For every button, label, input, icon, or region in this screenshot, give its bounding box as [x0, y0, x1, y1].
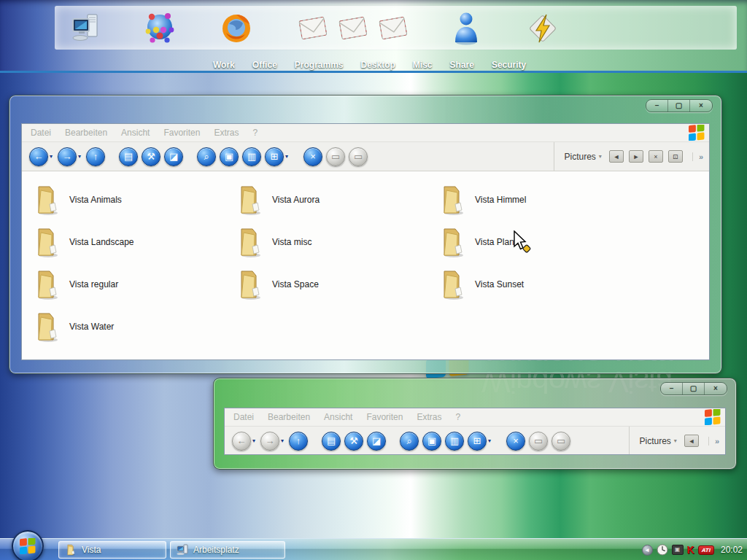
mail-icon[interactable]: [295, 11, 330, 46]
folder-vista-water[interactable]: Vista Water: [34, 311, 236, 342]
screen-2-button[interactable]: ▭: [551, 432, 570, 451]
views-button[interactable]: ⊞: [265, 147, 284, 166]
minimize-button[interactable]: –: [661, 383, 683, 394]
back-dropdown-caret[interactable]: ▾: [252, 438, 255, 444]
winamp-icon[interactable]: [525, 11, 560, 46]
toolbar-overflow-chevron[interactable]: »: [708, 437, 719, 446]
paste-button[interactable]: ▥: [445, 432, 464, 451]
kaspersky-icon[interactable]: K: [687, 544, 694, 556]
image-delete-button[interactable]: ×: [649, 150, 663, 163]
minimize-button[interactable]: –: [646, 100, 668, 112]
screen-1-group: ▭: [326, 147, 345, 166]
views-button[interactable]: ⊞: [468, 432, 487, 451]
pictures-caret-icon[interactable]: ▾: [674, 438, 677, 444]
forward-button[interactable]: →: [260, 432, 279, 451]
back-button[interactable]: ←: [29, 147, 48, 166]
dock-label-programms[interactable]: Programms: [295, 60, 344, 70]
menu-help[interactable]: ?: [252, 128, 258, 138]
menu-favoriten[interactable]: Favoriten: [163, 128, 200, 138]
tools-button[interactable]: ⚒: [142, 147, 160, 166]
folder-vista-space[interactable]: Vista Space: [236, 269, 439, 300]
tools-button[interactable]: ⚒: [344, 432, 363, 451]
close-button[interactable]: ×: [705, 383, 727, 394]
folder-vista-sunset[interactable]: Vista Sunset: [439, 269, 642, 300]
screen-2-button[interactable]: ▭: [349, 147, 368, 166]
workstation-icon[interactable]: [69, 11, 104, 46]
copy-button[interactable]: ▣: [220, 147, 239, 166]
screen-1-button[interactable]: ▭: [529, 432, 548, 451]
search-button[interactable]: ⌕: [400, 432, 419, 451]
display-icon[interactable]: ▣: [672, 545, 684, 555]
dock-label-office[interactable]: Office: [252, 60, 277, 70]
folder-label: Vista Animals: [69, 195, 122, 205]
taskbar-item-arbeitsplatz[interactable]: Arbeitsplatz: [170, 541, 285, 559]
image-next-button[interactable]: ►: [629, 150, 643, 163]
screen-1-button[interactable]: ▭: [326, 147, 345, 166]
menu-help[interactable]: ?: [455, 412, 460, 422]
pictures-toolbar: Pictures ▾ ◄ »: [629, 427, 726, 455]
image-previous-button[interactable]: ◄: [609, 150, 624, 163]
copy-button[interactable]: ▣: [422, 432, 441, 451]
views-dropdown-caret[interactable]: ▾: [285, 153, 288, 160]
menu-ansicht[interactable]: Ansicht: [121, 128, 150, 138]
firefox-icon[interactable]: [219, 11, 254, 46]
forward-dropdown-caret[interactable]: ▾: [78, 153, 81, 160]
delete-button[interactable]: ×: [506, 432, 525, 451]
search-button[interactable]: ⌕: [197, 147, 216, 166]
dock-label-share[interactable]: Share: [450, 60, 474, 70]
show-desktop-button[interactable]: ◪: [367, 432, 386, 451]
up-button[interactable]: ↑: [289, 432, 308, 451]
back-dropdown-caret[interactable]: ▾: [50, 153, 53, 160]
menu-bearbeiten[interactable]: Bearbeiten: [268, 412, 310, 422]
folder-vista-animals[interactable]: Vista Animals: [34, 184, 236, 215]
forward-button[interactable]: →: [58, 147, 77, 166]
dock-label-work[interactable]: Work: [213, 60, 235, 70]
dock-label-misc[interactable]: Misc: [413, 60, 433, 70]
folder-options-button[interactable]: ▤: [119, 147, 138, 166]
folder-icon: [439, 227, 465, 257]
folder-vista-aurora[interactable]: Vista Aurora: [236, 184, 439, 215]
folder-options-button[interactable]: ▤: [322, 432, 341, 451]
toolbar-overflow-chevron[interactable]: »: [692, 152, 703, 161]
delete-button[interactable]: ×: [303, 147, 322, 166]
forward-dropdown-caret[interactable]: ▾: [281, 438, 284, 444]
dock-label-security[interactable]: Security: [492, 60, 526, 70]
folder-vista-himmel[interactable]: Vista Himmel: [439, 184, 642, 215]
clock-icon[interactable]: [657, 544, 668, 556]
dock-label-desktop[interactable]: Desktop: [361, 60, 395, 70]
taskbar-item-vista[interactable]: Vista: [58, 541, 166, 559]
back-button[interactable]: ←: [232, 432, 251, 451]
folder-vista-landscape[interactable]: Vista Landscape: [34, 227, 236, 257]
folder-vista-plants[interactable]: Vista Plants: [439, 227, 642, 257]
menu-bearbeiten[interactable]: Bearbeiten: [65, 128, 107, 138]
ati-icon[interactable]: ATI: [698, 545, 714, 555]
close-button[interactable]: ×: [690, 100, 712, 112]
network-people-icon[interactable]: [142, 11, 177, 46]
mail-icon[interactable]: [336, 11, 371, 46]
menu-extras[interactable]: Extras: [214, 128, 239, 138]
forward-group: →▾: [260, 432, 285, 451]
show-desktop-button[interactable]: ◪: [164, 147, 183, 166]
menu-ansicht[interactable]: Ansicht: [324, 412, 352, 422]
menu-extras[interactable]: Extras: [417, 412, 441, 422]
start-button[interactable]: [12, 530, 44, 560]
pictures-dropdown[interactable]: Pictures: [640, 436, 671, 446]
maximize-button[interactable]: ▢: [668, 100, 690, 112]
messenger-icon[interactable]: [449, 11, 484, 46]
mail-icon[interactable]: [376, 11, 411, 46]
maximize-button[interactable]: ▢: [683, 383, 705, 394]
up-button[interactable]: ↑: [86, 147, 105, 166]
paste-button[interactable]: ▥: [242, 147, 261, 166]
image-previous-button[interactable]: ◄: [684, 435, 699, 447]
menu-datei[interactable]: Datei: [233, 412, 254, 422]
menu-favoriten[interactable]: Favoriten: [366, 412, 403, 422]
menu-datei[interactable]: Datei: [31, 128, 51, 138]
folder-open-button[interactable]: ⊡: [668, 150, 683, 163]
folder-vista-regular[interactable]: Vista regular: [34, 269, 236, 300]
folder-vista-misc[interactable]: Vista misc: [236, 227, 439, 257]
collapse-icon[interactable]: ◄: [642, 545, 653, 556]
views-dropdown-caret[interactable]: ▾: [488, 438, 491, 444]
pictures-caret-icon[interactable]: ▾: [599, 153, 602, 160]
pictures-dropdown[interactable]: Pictures: [565, 152, 596, 162]
windows-logo-icon: [688, 125, 705, 141]
